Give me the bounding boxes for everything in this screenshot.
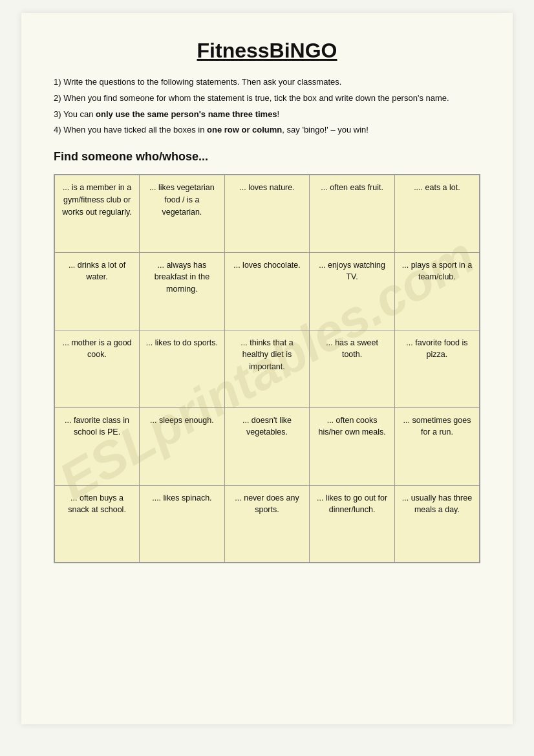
cell-1-2: ... loves chocolate. [224, 252, 310, 330]
cell-3-2: ... doesn't like vegetables. [224, 407, 310, 485]
cell-3-4: ... sometimes goes for a run. [394, 407, 480, 485]
bingo-grid: ... is a member in a gym/fitness club or… [54, 174, 480, 563]
cell-4-2: ... never does any sports. [224, 485, 310, 563]
instruction-1: 1) Write the questions to the following … [54, 76, 480, 89]
cell-2-1: ... likes to do sports. [140, 330, 225, 407]
instruction-2: 2) When you find someone for whom the st… [54, 92, 480, 105]
cell-0-4: .... eats a lot. [394, 175, 480, 252]
cell-2-3: ... has a sweet tooth. [310, 330, 395, 407]
cell-1-1: ... always has breakfast in the morning. [140, 252, 225, 330]
cell-4-3: ... likes to go out for dinner/lunch. [310, 485, 395, 563]
table-row: ... is a member in a gym/fitness club or… [54, 175, 480, 252]
table-row: ... drinks a lot of water.... always has… [54, 252, 480, 330]
cell-1-0: ... drinks a lot of water. [54, 252, 140, 330]
cell-0-2: ... loves nature. [224, 175, 310, 252]
cell-0-1: ... likes vegetarian food / is a vegetar… [140, 175, 225, 252]
cell-1-4: ... plays a sport in a team/club. [394, 252, 480, 330]
table-row: ... mother is a good cook.... likes to d… [54, 330, 480, 407]
cell-3-0: ... favorite class in school is PE. [54, 407, 140, 485]
cell-2-0: ... mother is a good cook. [54, 330, 140, 407]
cell-3-1: ... sleeps enough. [140, 407, 225, 485]
page: ESLprintables.com FitnessBiNGO 1) Write … [21, 13, 513, 724]
cell-4-1: .... likes spinach. [140, 485, 225, 563]
cell-0-0: ... is a member in a gym/fitness club or… [54, 175, 140, 252]
grid-subtitle: Find someone who/whose... [54, 150, 480, 164]
table-row: ... often buys a snack at school..... li… [54, 485, 480, 563]
instruction-3: 3) You can only use the same person's na… [54, 108, 480, 122]
instruction-3-bold: only use the same person's name three ti… [96, 109, 277, 119]
instructions-block: 1) Write the questions to the following … [54, 76, 480, 137]
cell-3-3: ... often cooks his/her own meals. [310, 407, 395, 485]
cell-4-4: ... usually has three meals a day. [394, 485, 480, 563]
bingo-tbody: ... is a member in a gym/fitness club or… [54, 175, 480, 563]
cell-0-3: ... often eats fruit. [310, 175, 395, 252]
cell-2-2: ... thinks that a healthy diet is import… [224, 330, 310, 407]
cell-2-4: ... favorite food is pizza. [394, 330, 480, 407]
cell-4-0: ... often buys a snack at school. [54, 485, 140, 563]
table-row: ... favorite class in school is PE.... s… [54, 407, 480, 485]
cell-1-3: ... enjoys watching TV. [310, 252, 395, 330]
instruction-4: 4) When you have ticked all the boxes in… [54, 124, 480, 137]
instruction-4-bold: one row or column [207, 125, 282, 135]
page-title: FitnessBiNGO [54, 39, 480, 63]
